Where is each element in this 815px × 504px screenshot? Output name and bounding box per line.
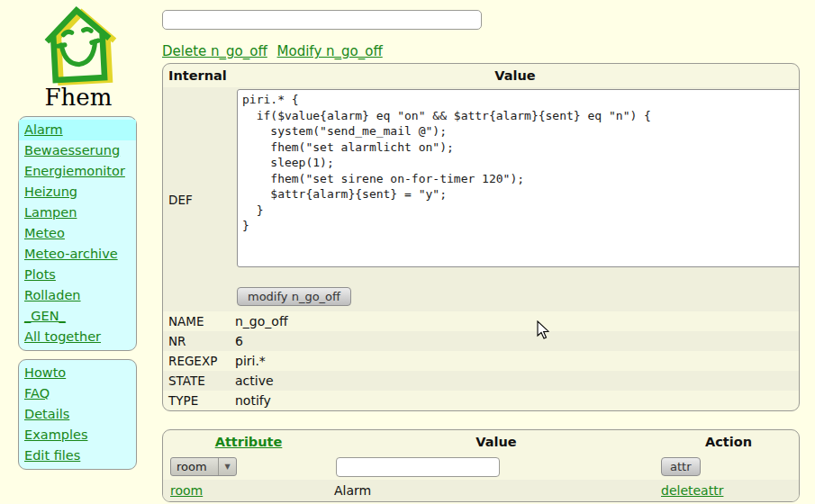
attributes-header-action: Action [658, 435, 799, 449]
sidebar-item-alarm[interactable]: Alarm [19, 120, 136, 140]
internal-state-label: STATE [163, 374, 231, 388]
fhem-logo: Fhem [18, 4, 139, 111]
device-actions: Delete n_go_off Modify n_go_off [162, 43, 801, 59]
table-row: STATE active [163, 371, 799, 391]
sidebar-item-bewaesserung[interactable]: Bewaesserung [19, 140, 136, 161]
sidebar-item-faq[interactable]: FAQ [19, 383, 136, 404]
attribute-select[interactable]: room ▼ [170, 457, 237, 476]
sidebar-item-meteo[interactable]: Meteo [19, 223, 136, 244]
internal-regexp-label: REGEXP [163, 354, 231, 368]
attribute-room-value: Alarm [334, 483, 658, 498]
sidebar-item-meteo-archive[interactable]: Meteo-archive [19, 244, 136, 265]
sidebar-item-rolladen[interactable]: Rolladen [19, 285, 136, 306]
help-menu: Howto FAQ Details Examples Edit files [18, 359, 137, 470]
sidebar-item-details[interactable]: Details [19, 404, 136, 425]
attribute-select-value: room [171, 458, 218, 475]
sidebar-item-all-together[interactable]: All together [19, 327, 136, 347]
table-row: NAME n_go_off [163, 311, 799, 331]
modify-device-link[interactable]: Modify n_go_off [277, 43, 383, 59]
def-row: DEF piri.* { if($value{alarm} eq "on" &&… [163, 87, 799, 311]
fhem-house-icon [35, 4, 122, 86]
main-content: Delete n_go_off Modify n_go_off Internal… [162, 0, 801, 502]
internal-state-value: active [231, 374, 799, 388]
sidebar-item-energiemonitor[interactable]: Energiemonitor [19, 161, 136, 182]
internals-table: Internal Value DEF piri.* { if($value{al… [162, 63, 800, 411]
command-input[interactable] [162, 10, 482, 30]
internal-type-label: TYPE [163, 393, 231, 408]
internal-nr-value: 6 [231, 334, 799, 348]
internal-regexp-value: piri.* [231, 354, 799, 368]
def-code-textarea[interactable]: piri.* { if($value{alarm} eq "on" && $at… [237, 89, 800, 267]
sidebar-item-edit-files[interactable]: Edit files [19, 446, 136, 466]
delete-device-link[interactable]: Delete n_go_off [162, 43, 267, 59]
attributes-header-row: Attribute Value Action [163, 430, 799, 454]
sidebar-item-gen[interactable]: _GEN_ [19, 306, 136, 327]
sidebar-item-lampen[interactable]: Lampen [19, 202, 136, 223]
internal-type-value: notify [231, 393, 799, 408]
table-row: NR 6 [163, 331, 799, 351]
internals-header-row: Internal Value [163, 64, 799, 87]
logo-title: Fhem [18, 84, 139, 111]
attributes-table: Attribute Value Action room ▼ attr room … [162, 429, 800, 502]
modify-device-button[interactable]: modify n_go_off [237, 287, 351, 306]
table-row: TYPE notify [163, 391, 799, 410]
table-row: REGEXP piri.* [163, 351, 799, 371]
chevron-down-icon: ▼ [218, 458, 236, 475]
attribute-value-input[interactable] [336, 457, 500, 477]
internals-header-value: Value [231, 68, 799, 83]
room-menu: Alarm Bewaesserung Energiemonitor Heizun… [18, 116, 137, 351]
left-column: Fhem Alarm Bewaesserung Energiemonitor H… [18, 4, 139, 478]
sidebar-item-examples[interactable]: Examples [19, 425, 136, 446]
attribute-controls-row: room ▼ attr [163, 454, 799, 480]
internals-header-internal: Internal [163, 68, 231, 83]
internal-name-value: n_go_off [231, 314, 799, 328]
sidebar-item-heizung[interactable]: Heizung [19, 182, 136, 202]
internal-nr-label: NR [163, 334, 231, 348]
attributes-header-value: Value [334, 435, 658, 449]
def-value-cell: piri.* { if($value{alarm} eq "on" && $at… [231, 87, 800, 311]
deleteattr-link[interactable]: deleteattr [661, 483, 723, 498]
attribute-sort-link[interactable]: Attribute [215, 435, 283, 449]
attribute-room-link[interactable]: room [170, 483, 203, 498]
attribute-row: room Alarm deleteattr [163, 480, 799, 501]
internal-name-label: NAME [163, 314, 231, 328]
attr-button[interactable]: attr [661, 457, 701, 476]
sidebar-item-howto[interactable]: Howto [19, 363, 136, 383]
def-label: DEF [163, 87, 231, 311]
sidebar-item-plots[interactable]: Plots [19, 265, 136, 285]
